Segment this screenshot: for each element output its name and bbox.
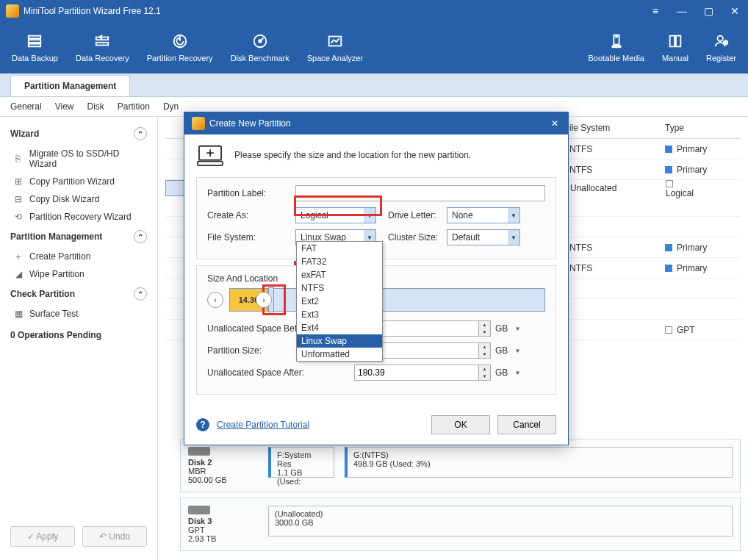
copy-partition-wizard[interactable]: ⊞Copy Partition Wizard xyxy=(0,173,157,190)
menu-partition[interactable]: Partition xyxy=(118,101,150,112)
svg-rect-12 xyxy=(612,46,620,47)
copy-partition-icon: ⊞ xyxy=(13,176,24,187)
create-partition[interactable]: ＋Create Partition xyxy=(0,248,157,265)
tabs: Partition Management xyxy=(0,73,748,97)
col-type[interactable]: Type xyxy=(665,123,684,133)
unit-chevron-icon[interactable]: ▼ xyxy=(512,365,522,381)
filesystem-option[interactable]: FAT32 xyxy=(297,255,382,268)
menu-view[interactable]: View xyxy=(55,101,74,112)
space-analyzer-button[interactable]: Space Analyzer xyxy=(298,29,372,67)
maximize-button[interactable]: ▢ xyxy=(701,4,716,18)
next-button[interactable]: › xyxy=(256,292,272,308)
unit-label: GB xyxy=(495,345,508,356)
partition-recovery-wizard[interactable]: ⟲Partition Recovery Wizard xyxy=(0,208,157,226)
partition-label-input[interactable] xyxy=(295,185,545,201)
prev-button[interactable]: ‹ xyxy=(207,292,223,308)
app-title: MiniTool Partition Wizard Free 12.1 xyxy=(24,6,648,16)
plus-icon: ＋ xyxy=(13,251,24,262)
chevron-down-icon: ▼ xyxy=(508,208,519,223)
drive-plus-icon xyxy=(196,143,224,167)
surface-test[interactable]: ▦Surface Test xyxy=(0,305,157,323)
wipe-partition[interactable]: ◢Wipe Partition xyxy=(0,265,157,283)
dialog-close-button[interactable]: ✕ xyxy=(549,118,561,129)
svg-rect-2 xyxy=(29,44,41,47)
cluster-size-label: Cluster Size: xyxy=(388,232,447,243)
size-slider[interactable]: 14.30 xyxy=(229,288,545,312)
svg-rect-4 xyxy=(96,43,109,46)
hamburger-icon[interactable]: ≡ xyxy=(648,4,663,18)
filesystem-option[interactable]: Ext3 xyxy=(297,308,382,321)
filesystem-dropdown[interactable]: FATFAT32exFATNTFSExt2Ext3Ext4Linux SwapU… xyxy=(296,241,383,362)
disk-3-panel[interactable]: Disk 3 GPT 2.93 TB (Unallocated)3000.0 G… xyxy=(180,498,741,551)
unalloc-after-label: Unallocated Space After: xyxy=(207,367,354,378)
tutorial-link[interactable]: Create Partition Tutorial xyxy=(217,420,309,430)
filesystem-option[interactable]: Linux Swap xyxy=(297,334,382,348)
col-filesystem[interactable]: ile System xyxy=(569,123,610,133)
menu-dynamic[interactable]: Dyn xyxy=(163,101,179,112)
manual-button[interactable]: Manual xyxy=(653,29,697,67)
help-icon[interactable]: ? xyxy=(196,418,209,431)
pending-operations: 0 Operations Pending xyxy=(0,323,157,348)
sidebar: Wizard⌃ ⎘Migrate OS to SSD/HD Wizard ⊞Co… xyxy=(0,117,158,560)
grid-icon: ▦ xyxy=(13,309,24,319)
dialog-title: Create New Partition xyxy=(209,118,549,129)
unit-chevron-icon[interactable]: ▼ xyxy=(512,320,522,337)
chevron-up-icon[interactable]: ⌃ xyxy=(134,230,147,243)
menu-disk[interactable]: Disk xyxy=(87,101,104,112)
filesystem-option[interactable]: Unformatted xyxy=(297,348,382,361)
apply-button[interactable]: ✓ Apply xyxy=(10,526,75,547)
filesystem-option[interactable]: Ext2 xyxy=(297,295,382,308)
register-button[interactable]: Register xyxy=(697,29,745,67)
minimize-button[interactable]: — xyxy=(675,4,689,18)
disk-icon xyxy=(188,447,210,456)
bootable-media-button[interactable]: Bootable Media xyxy=(580,29,653,67)
unit-label: GB xyxy=(495,367,508,378)
disk-benchmark-button[interactable]: Disk Benchmark xyxy=(222,29,298,67)
partition-label-label: Partition Label: xyxy=(207,188,295,198)
chevron-up-icon[interactable]: ⌃ xyxy=(134,287,147,301)
disk-2-panel[interactable]: Disk 2 MBR 500.00 GB F:System Res1.1 GB … xyxy=(180,439,741,492)
chevron-down-icon: ▼ xyxy=(364,208,375,223)
dialog-titlebar[interactable]: Create New Partition ✕ xyxy=(184,112,568,134)
cancel-button[interactable]: Cancel xyxy=(497,415,556,434)
ok-button[interactable]: OK xyxy=(431,415,490,434)
close-button[interactable]: ✕ xyxy=(727,4,742,18)
drive-letter-label: Drive Letter: xyxy=(388,210,447,220)
pm-group[interactable]: Partition Management⌃ xyxy=(0,226,157,248)
wizard-group[interactable]: Wizard⌃ xyxy=(0,123,157,145)
filesystem-option[interactable]: exFAT xyxy=(297,268,382,281)
chevron-down-icon: ▼ xyxy=(508,230,519,245)
migrate-icon: ⎘ xyxy=(13,154,24,164)
app-icon xyxy=(6,4,19,18)
spinner[interactable]: ▲▼ xyxy=(479,320,491,337)
filesystem-option[interactable]: NTFS xyxy=(297,281,382,295)
svg-point-13 xyxy=(717,36,722,41)
cp-group[interactable]: Check Partition⌃ xyxy=(0,283,157,305)
filesystem-label: File System: xyxy=(207,232,295,243)
spinner[interactable]: ▲▼ xyxy=(479,342,491,359)
cluster-size-select[interactable]: Default▼ xyxy=(447,229,520,245)
spinner[interactable]: ▲▼ xyxy=(479,365,491,381)
unalloc-after-input[interactable] xyxy=(354,365,479,381)
copy-disk-icon: ⊟ xyxy=(13,194,24,204)
disk-icon xyxy=(188,506,210,514)
create-as-label: Create As: xyxy=(207,210,295,220)
data-recovery-button[interactable]: Data Recovery xyxy=(67,29,138,67)
copy-disk-wizard[interactable]: ⊟Copy Disk Wizard xyxy=(0,190,157,208)
main-toolbar: Data Backup Data Recovery Partition Reco… xyxy=(0,22,748,73)
chevron-up-icon[interactable]: ⌃ xyxy=(134,127,147,140)
undo-button[interactable]: ↶ Undo xyxy=(82,526,147,547)
filesystem-option[interactable]: FAT xyxy=(297,242,382,255)
migrate-os-wizard[interactable]: ⎘Migrate OS to SSD/HD Wizard xyxy=(0,145,157,173)
unit-chevron-icon[interactable]: ▼ xyxy=(512,342,522,359)
data-backup-button[interactable]: Data Backup xyxy=(3,29,67,67)
disk3-part1[interactable]: (Unallocated)3000.0 GB xyxy=(268,506,733,536)
disk2-part2[interactable]: G:(NTFS)498.9 GB (Used: 3%) xyxy=(345,447,733,478)
menu-general[interactable]: General xyxy=(10,101,42,112)
create-as-select[interactable]: Logical▼ xyxy=(295,207,376,223)
drive-letter-select[interactable]: None▼ xyxy=(447,207,520,223)
partition-recovery-button[interactable]: Partition Recovery xyxy=(138,29,222,67)
tab-partition-management[interactable]: Partition Management xyxy=(10,75,130,96)
disk2-part1[interactable]: F:System Res1.1 GB (Used: xyxy=(268,447,334,478)
filesystem-option[interactable]: Ext4 xyxy=(297,321,382,334)
